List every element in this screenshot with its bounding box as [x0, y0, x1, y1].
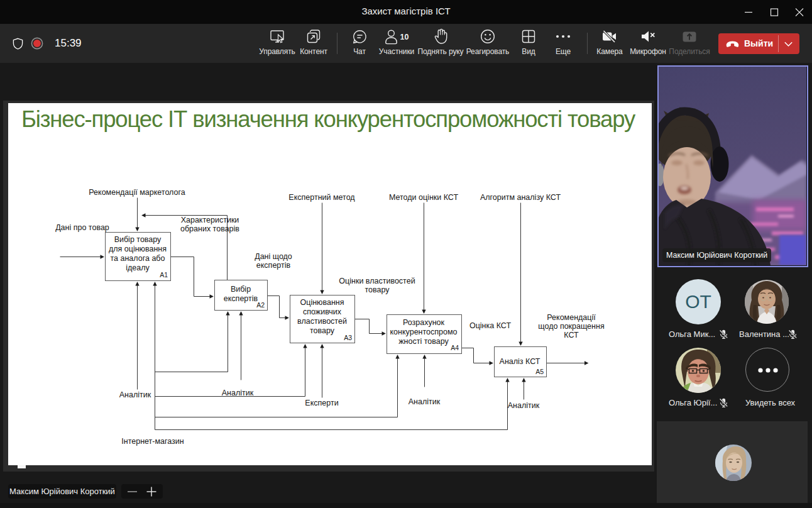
svg-text:властивостей: властивостей	[297, 317, 347, 326]
svg-text:Оцінювання: Оцінювання	[300, 298, 344, 307]
svg-text:A3: A3	[344, 334, 352, 341]
svg-text:A1: A1	[160, 271, 168, 279]
svg-text:Оцінки властивостей: Оцінки властивостей	[339, 277, 415, 285]
svg-text:товару: товару	[310, 326, 335, 335]
svg-text:Вибір: Вибір	[231, 285, 251, 294]
svg-text:щодо покращення: щодо покращення	[538, 322, 604, 331]
svg-text:A2: A2	[256, 301, 265, 309]
svg-text:Алгоритм аналізу КСТ: Алгоритм аналізу КСТ	[480, 193, 561, 202]
svg-text:товару: товару	[365, 285, 390, 294]
svg-text:A4: A4	[451, 344, 459, 351]
svg-text:Розрахунок: Розрахунок	[403, 318, 445, 327]
svg-text:Методи оцінки КСТ: Методи оцінки КСТ	[389, 193, 459, 202]
svg-text:Оцінка КСТ: Оцінка КСТ	[469, 321, 511, 330]
svg-text:ідеалу: ідеалу	[126, 263, 150, 272]
svg-text:експертів: експертів	[224, 294, 258, 303]
svg-text:A5: A5	[535, 368, 544, 375]
svg-text:Характеристики: Характеристики	[181, 216, 239, 224]
svg-text:КСТ: КСТ	[564, 331, 579, 340]
svg-text:Дані щодо: Дані щодо	[255, 252, 292, 261]
svg-text:Експертний метод: Експертний метод	[288, 193, 355, 202]
svg-text:Рекомендації: Рекомендації	[547, 313, 596, 322]
svg-text:Вибір товару: Вибір товару	[114, 235, 162, 244]
svg-text:та аналога або: та аналога або	[111, 254, 165, 263]
svg-text:експертів: експертів	[256, 261, 291, 270]
svg-text:Дані про товар: Дані про товар	[55, 223, 109, 232]
svg-text:Аналіз КСТ: Аналіз КСТ	[500, 357, 540, 366]
svg-text:жності товару: жності товару	[398, 337, 449, 346]
svg-text:для оцінювання: для оцінювання	[109, 245, 167, 253]
svg-text:Аналітик: Аналітик	[508, 401, 540, 410]
svg-text:Інтернет-магазин: Інтернет-магазин	[121, 437, 184, 446]
svg-text:Аналітик: Аналітик	[409, 397, 441, 406]
svg-text:конкурентоспромо: конкурентоспромо	[390, 328, 458, 336]
svg-text:Аналітик: Аналітик	[119, 390, 151, 399]
svg-text:споживчих: споживчих	[303, 307, 342, 316]
svg-text:Аналітик: Аналітик	[222, 389, 254, 397]
svg-text:обраних товарів: обраних товарів	[180, 224, 239, 233]
svg-text:Рекомендації маркетолога: Рекомендації маркетолога	[89, 188, 185, 197]
svg-text:Експерти: Експерти	[305, 399, 338, 407]
